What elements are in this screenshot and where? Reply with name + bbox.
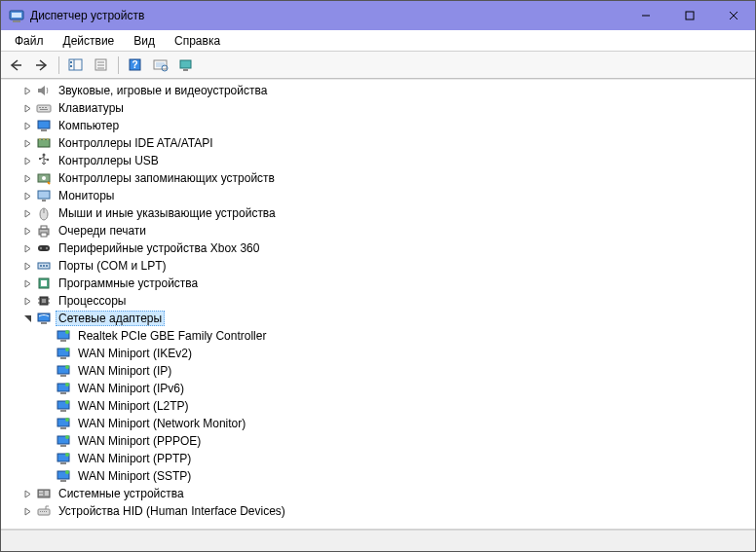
maximize-button[interactable] <box>667 1 711 30</box>
tree-category-label: Системные устройства <box>56 486 187 501</box>
svg-point-84 <box>65 435 69 439</box>
expander-closed-icon[interactable] <box>20 171 34 185</box>
svg-point-49 <box>46 247 48 249</box>
tree-category[interactable]: Программные устройства <box>7 275 755 292</box>
svg-point-39 <box>42 176 46 180</box>
svg-rect-36 <box>39 158 41 160</box>
help-button[interactable]: ? <box>124 55 147 76</box>
expander-closed-icon[interactable] <box>20 241 34 255</box>
tree-category[interactable]: Контроллеры IDE ATA/ATAPI <box>7 134 755 152</box>
tree-category[interactable]: Контроллеры запоминающих устройств <box>7 169 755 187</box>
show-hide-tree-button[interactable] <box>64 55 88 76</box>
tree-category[interactable]: Звуковые, игровые и видеоустройства <box>7 82 755 99</box>
tree-device[interactable]: WAN Miniport (IPv6) <box>7 380 755 397</box>
expander-closed-icon[interactable] <box>20 136 34 150</box>
svg-rect-98 <box>44 511 45 512</box>
svg-rect-86 <box>60 462 66 464</box>
tree-device[interactable]: WAN Miniport (IP) <box>7 362 755 380</box>
computer-icon <box>36 118 52 133</box>
expander-closed-icon[interactable] <box>20 189 34 202</box>
tree-category-label: Сетевые адаптеры <box>56 311 165 326</box>
expander-closed-icon[interactable] <box>20 206 34 220</box>
menu-file[interactable]: Файл <box>5 32 54 50</box>
tree-device[interactable]: WAN Miniport (PPTP) <box>7 450 755 467</box>
back-button[interactable] <box>5 55 28 76</box>
svg-rect-30 <box>41 129 47 131</box>
scan-hardware-button[interactable] <box>149 55 172 76</box>
expander-closed-icon[interactable] <box>20 224 34 238</box>
network-adapter-icon <box>56 381 71 396</box>
close-button[interactable] <box>711 1 755 30</box>
minimize-button[interactable] <box>624 1 667 30</box>
sound-icon <box>36 83 52 98</box>
svg-point-66 <box>65 330 69 334</box>
tree-category[interactable]: Мониторы <box>7 187 755 204</box>
tree-category-label: Звуковые, игровые и видеоустройства <box>56 83 270 98</box>
svg-text:?: ? <box>132 59 137 70</box>
tree-category[interactable]: Порты (COM и LPT) <box>7 257 755 275</box>
tree-category[interactable]: Периферийные устройства Xbox 360 <box>7 239 755 257</box>
menu-view[interactable]: Вид <box>124 32 165 50</box>
network-adapter-icon <box>56 468 71 484</box>
tree-device[interactable]: WAN Miniport (SSTP) <box>7 467 755 485</box>
svg-rect-65 <box>60 340 66 342</box>
properties-button[interactable] <box>90 55 113 76</box>
monitor-icon <box>36 188 52 203</box>
printer-icon <box>36 223 52 239</box>
svg-rect-33 <box>43 138 45 140</box>
tree-category[interactable]: Компьютер <box>7 117 755 134</box>
tree-category[interactable]: Мыши и иные указывающие устройства <box>7 204 755 222</box>
network-adapter-icon <box>56 398 71 414</box>
svg-rect-92 <box>39 491 43 493</box>
svg-point-90 <box>65 470 69 474</box>
expander-closed-icon[interactable] <box>20 294 34 308</box>
system-icon <box>36 486 52 501</box>
tree-category[interactable]: Клавиатуры <box>7 99 755 117</box>
svg-rect-89 <box>60 480 66 482</box>
tree-category[interactable]: Системные устройства <box>7 485 755 502</box>
tree-device[interactable]: WAN Miniport (L2TP) <box>7 397 755 415</box>
tree-category-label: Процессоры <box>56 293 130 309</box>
tree-device[interactable]: WAN Miniport (IKEv2) <box>7 345 755 362</box>
svg-rect-71 <box>60 375 66 377</box>
network-adapter-icon <box>56 363 71 379</box>
tree-category[interactable]: Контроллеры USB <box>7 152 755 169</box>
tree-category[interactable]: Устройства HID (Human Interface Devices) <box>7 502 755 520</box>
expander-closed-icon[interactable] <box>20 259 34 273</box>
tree-panel[interactable]: Звуковые, игровые и видеоустройстваКлави… <box>1 79 755 530</box>
devices-button[interactable] <box>174 55 198 76</box>
network-adapter-icon <box>56 328 71 344</box>
expander-closed-icon[interactable] <box>20 276 34 290</box>
cpu-icon <box>36 293 52 309</box>
tree-device[interactable]: Realtek PCIe GBE Family Controller <box>7 327 755 345</box>
expander-open-icon[interactable] <box>20 312 34 325</box>
tree-device[interactable]: WAN Miniport (Network Monitor) <box>7 415 755 432</box>
svg-rect-26 <box>42 107 44 108</box>
forward-button[interactable] <box>30 55 54 76</box>
expander-closed-icon[interactable] <box>20 154 34 167</box>
tree-category[interactable]: Процессоры <box>7 292 755 310</box>
menu-help[interactable]: Справка <box>165 32 230 50</box>
tree-category-label: Контроллеры USB <box>56 153 162 168</box>
keyboard-icon <box>36 100 52 116</box>
menu-action[interactable]: Действие <box>54 32 125 50</box>
expander-closed-icon[interactable] <box>20 487 34 500</box>
tree-category-label: Контроллеры IDE ATA/ATAPI <box>56 135 216 151</box>
tree-category[interactable]: Сетевые адаптеры <box>7 310 755 327</box>
tree-category-label: Очереди печати <box>56 223 149 239</box>
app-icon <box>9 8 24 23</box>
expander-closed-icon[interactable] <box>20 504 34 518</box>
tree-device-label: WAN Miniport (L2TP) <box>75 398 192 414</box>
tree-device-label: WAN Miniport (SSTP) <box>75 468 194 484</box>
expander-closed-icon[interactable] <box>20 119 34 132</box>
xbox-icon <box>36 240 52 256</box>
svg-rect-11 <box>70 61 72 63</box>
network-icon <box>36 311 52 326</box>
tree-device[interactable]: WAN Miniport (PPPOE) <box>7 432 755 450</box>
svg-rect-45 <box>41 226 47 229</box>
tree-category-label: Клавиатуры <box>56 100 127 116</box>
expander-closed-icon[interactable] <box>20 84 34 97</box>
expander-closed-icon[interactable] <box>20 101 34 115</box>
tree-device-label: WAN Miniport (IKEv2) <box>75 346 195 361</box>
tree-category[interactable]: Очереди печати <box>7 222 755 239</box>
